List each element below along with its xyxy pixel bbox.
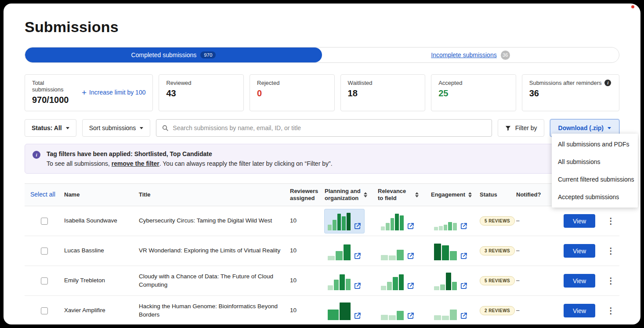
funnel-icon (505, 125, 511, 131)
header-label: Relevance to field (378, 188, 412, 202)
table-body: Isabella Soundwave Cybersecurity Circus:… (25, 206, 619, 324)
table-row: Xavier Amplifire Hacking the Human Genom… (25, 296, 619, 324)
table-header: Select all Name Title Reviewers assigned… (25, 183, 619, 206)
histogram (328, 212, 351, 230)
histogram (381, 212, 404, 230)
tab-completed-label: Completed submissions (131, 51, 197, 58)
histogram (381, 242, 404, 260)
increase-limit-label: Increase limit by 100 (89, 89, 145, 96)
submission-name: Emily Trebleton (64, 277, 139, 284)
engagement-score-chart (431, 269, 480, 293)
planning-score-chart (325, 299, 378, 323)
relevance-score-chart (378, 209, 431, 233)
tab-incomplete-label: Incomplete submissions (431, 51, 496, 58)
tab-incomplete-submissions[interactable]: Incomplete submissions 36 (322, 47, 619, 62)
reviews-status-badge: 3 REVIEWS (480, 246, 515, 256)
menu-item-all-submissions-and-pdfs[interactable]: All submissions and PDFs (552, 135, 638, 153)
stat-value: 18 (348, 88, 418, 98)
stat-value: 43 (166, 88, 236, 98)
stat-label: Waitlisted (348, 80, 418, 86)
row-checkbox[interactable] (41, 277, 48, 284)
chevron-down-icon (608, 127, 611, 129)
banner-body: To see all submissions, remove the filte… (47, 160, 333, 167)
sort-icon (415, 192, 419, 197)
external-link-icon[interactable] (407, 252, 414, 260)
external-link-icon[interactable] (460, 222, 467, 230)
submission-name: Isabella Soundwave (64, 217, 139, 225)
submission-name: Xavier Amplifire (64, 306, 139, 314)
external-link-icon[interactable] (354, 282, 361, 290)
relevance-score-chart (378, 269, 431, 293)
kebab-menu-icon[interactable]: ⋮ (607, 247, 615, 255)
submission-name: Lucas Bassline (64, 247, 139, 255)
external-link-icon[interactable] (407, 312, 414, 320)
table-row: Emily Trebleton Cloudy with a Chance of … (25, 266, 619, 296)
stats-row: Total submissions 970/1000 + Increase li… (25, 74, 619, 111)
histogram (328, 242, 351, 260)
reviewers-assigned-count: 10 (290, 277, 325, 284)
reviews-status-badge: 2 REVIEWS (480, 306, 515, 316)
submission-title: Cybersecurity Circus: Taming the Digital… (139, 217, 290, 225)
view-button[interactable]: View (564, 214, 595, 228)
histogram (328, 302, 351, 320)
view-button[interactable]: View (564, 274, 595, 288)
increase-limit-link[interactable]: + Increase limit by 100 (82, 88, 146, 97)
stat-value: 0 (257, 88, 327, 98)
app-window: Submissions Completed submissions 970 In… (4, 4, 640, 324)
external-link-icon[interactable] (460, 312, 467, 320)
relevance-score-chart (378, 299, 431, 323)
header-reviewers-assigned: Reviewers assigned (290, 188, 325, 202)
view-button[interactable]: View (564, 304, 595, 317)
info-icon: i (33, 151, 40, 159)
menu-item-accepted-submissions[interactable]: Accepted submissions (552, 188, 638, 206)
row-checkbox[interactable] (41, 248, 48, 255)
kebab-menu-icon[interactable]: ⋮ (607, 217, 615, 225)
kebab-menu-icon[interactable]: ⋮ (607, 306, 615, 315)
select-all-link[interactable]: Select all (25, 191, 55, 199)
external-link-icon[interactable] (460, 282, 467, 290)
external-link-icon[interactable] (354, 222, 361, 230)
submission-title: Hacking the Human Genome: Bioinformatics… (139, 302, 290, 318)
kebab-menu-icon[interactable]: ⋮ (607, 277, 615, 285)
stat-rejected: Rejected 0 (250, 74, 335, 111)
remove-filter-link[interactable]: remove the filter (112, 160, 159, 167)
tab-completed-submissions[interactable]: Completed submissions 970 (25, 47, 322, 62)
menu-item-current-filtered-submissions[interactable]: Current filtered submissions (552, 171, 638, 188)
row-checkbox[interactable] (41, 307, 48, 314)
view-button[interactable]: View (564, 244, 595, 258)
status-filter-dropdown[interactable]: Status: All (25, 119, 76, 137)
external-link-icon[interactable] (407, 222, 414, 230)
table-row: Lucas Bassline VR Wonderland: Exploring … (25, 236, 619, 266)
table-row: Isabella Soundwave Cybersecurity Circus:… (25, 206, 619, 236)
histogram (434, 242, 457, 260)
engagement-score-chart (431, 299, 480, 323)
stat-label: Rejected (257, 80, 327, 86)
toolbar: Status: All Sort submissions Filter by (25, 119, 619, 137)
sort-label: Sort submissions (89, 124, 136, 131)
menu-item-all-submissions[interactable]: All submissions (552, 153, 638, 171)
header-status: Status (480, 191, 516, 198)
engagement-score-chart (431, 239, 480, 263)
download-label: Download (.zip) (558, 124, 604, 131)
header-planning-organization[interactable]: Planning and organization (325, 188, 378, 202)
notified-value: – (516, 306, 551, 314)
external-link-icon[interactable] (354, 312, 361, 320)
stat-label: Accepted (438, 80, 509, 86)
search-input[interactable] (173, 124, 486, 131)
external-link-icon[interactable] (354, 252, 361, 260)
sort-icon (364, 192, 367, 197)
row-checkbox[interactable] (41, 218, 48, 225)
info-icon[interactable]: i (604, 80, 611, 86)
histogram (328, 272, 351, 290)
external-link-icon[interactable] (460, 252, 467, 260)
header-engagement[interactable]: Engagement (431, 191, 480, 198)
stat-value: 25 (438, 88, 509, 98)
sort-icon (468, 192, 472, 197)
tag-filter-banner: i Tag filters have been applied: Shortli… (25, 144, 619, 174)
external-link-icon[interactable] (407, 282, 414, 290)
header-label: Engagement (431, 191, 465, 198)
banner-text: . You can always reapply the filter late… (159, 160, 333, 167)
filter-by-button[interactable]: Filter by (498, 119, 544, 137)
sort-submissions-dropdown[interactable]: Sort submissions (82, 119, 151, 137)
header-relevance-to-field[interactable]: Relevance to field (378, 188, 431, 202)
